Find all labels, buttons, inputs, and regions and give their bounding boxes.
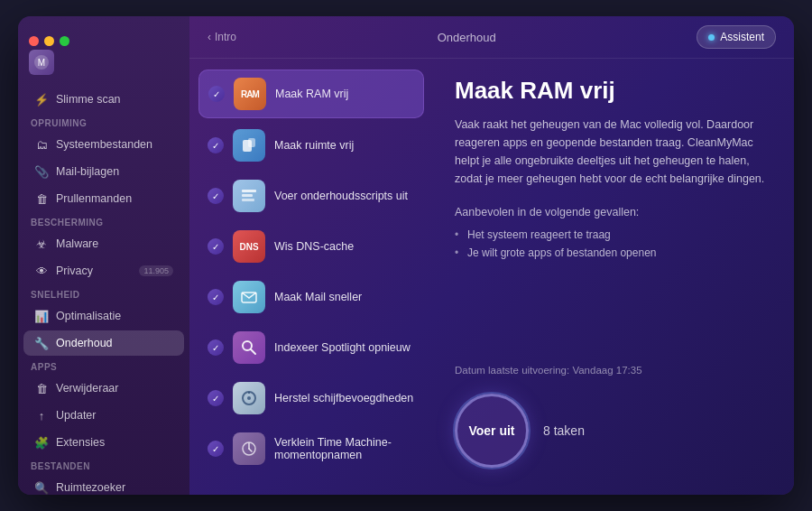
verwijderaar-icon: 🗑 bbox=[34, 381, 49, 395]
sidebar-item-optimalisatie[interactable]: 📊 Optimalisatie bbox=[23, 303, 184, 329]
section-label-bescherming: Bescherming bbox=[18, 212, 189, 230]
updater-icon: ↑ bbox=[34, 408, 49, 423]
sidebar-item-label: Onderhoud bbox=[56, 337, 173, 349]
sidebar-item-verwijderaar[interactable]: 🗑 Verwijderaar bbox=[23, 376, 184, 401]
task-item-herstel-schijfbevoegdheden[interactable]: ✓ Herstel schijfbevoegdheden bbox=[198, 375, 424, 422]
task-check: ✓ bbox=[208, 188, 224, 204]
task-icon-spotlight bbox=[233, 331, 265, 364]
task-label: Voer onderhoudsscripts uit bbox=[274, 190, 408, 202]
task-label: Indexeer Spotlight opnieuw bbox=[274, 341, 411, 354]
detail-title: Maak RAM vrij bbox=[455, 77, 772, 105]
top-bar: ‹ Intro Onderhoud Assistent bbox=[189, 16, 794, 59]
sidebar-item-prullenmanden[interactable]: 🗑 Prullenmanden bbox=[23, 186, 184, 211]
svg-line-9 bbox=[251, 349, 255, 354]
optimalisatie-icon: 📊 bbox=[34, 309, 49, 323]
task-icon-dns: DNS bbox=[233, 230, 265, 263]
run-section: Voer uit 8 taken bbox=[455, 394, 772, 468]
spacer bbox=[455, 262, 772, 365]
sidebar-item-slimme-scan[interactable]: ⚡ Slimme scan bbox=[23, 87, 184, 112]
section-title: Onderhoud bbox=[438, 31, 496, 44]
task-check: ✓ bbox=[208, 86, 225, 102]
close-button[interactable] bbox=[29, 36, 39, 46]
prullenmanden-icon: 🗑 bbox=[34, 191, 49, 206]
main-content: ‹ Intro Onderhoud Assistent ✓ RAM Maak R… bbox=[189, 16, 794, 495]
section-label-opruiming: Opruiming bbox=[18, 113, 189, 131]
task-item-maak-ram-vrij[interactable]: ✓ RAM Maak RAM vrij bbox=[198, 70, 424, 118]
task-item-verklein-time-machine[interactable]: ✓ Verklein Time Machine-momentopnamen bbox=[198, 425, 424, 472]
sidebar-item-label: Privacy bbox=[56, 265, 132, 277]
sidebar-item-mail-bijlagen[interactable]: 📎 Mail-bijlagen bbox=[23, 159, 184, 184]
extensies-icon: 🧩 bbox=[34, 435, 49, 450]
sidebar-item-label: Systeembestanden bbox=[56, 138, 173, 151]
last-run-label: Datum laatste uitvoering: Vandaag 17:35 bbox=[455, 365, 772, 376]
malware-icon: ☣ bbox=[34, 237, 49, 251]
assistant-button[interactable]: Assistent bbox=[697, 25, 776, 49]
svg-line-15 bbox=[249, 449, 252, 451]
sidebar-item-label: Ruimtezoeker bbox=[56, 481, 173, 494]
task-check: ✓ bbox=[208, 289, 224, 305]
svg-rect-3 bbox=[248, 138, 255, 147]
run-button-label: Voer uit bbox=[468, 423, 514, 438]
task-label: Verklein Time Machine-momentopnamen bbox=[274, 436, 415, 461]
sidebar-item-label: Slimme scan bbox=[56, 93, 173, 106]
task-icon-mail bbox=[233, 281, 265, 313]
sidebar-item-label: Mail-bijlagen bbox=[56, 165, 173, 178]
sidebar-item-systeembestanden[interactable]: 🗂 Systeembestanden bbox=[23, 132, 184, 157]
onderhoud-icon: 🔧 bbox=[34, 336, 49, 350]
task-check: ✓ bbox=[208, 339, 224, 356]
task-label: Wis DNS-cache bbox=[274, 240, 354, 253]
sidebar-item-onderhoud[interactable]: 🔧 Onderhoud bbox=[23, 330, 184, 356]
sidebar-item-label: Prullenmanden bbox=[56, 192, 173, 205]
run-button[interactable]: Voer uit bbox=[455, 394, 529, 468]
task-icon-timemachine bbox=[233, 432, 265, 465]
sidebar-item-label: Verwijderaar bbox=[56, 382, 173, 395]
task-label: Herstel schijfbevoegdheden bbox=[274, 392, 413, 404]
task-label: Maak RAM vrij bbox=[275, 88, 348, 100]
task-check: ✓ bbox=[208, 137, 224, 153]
assistant-dot bbox=[708, 34, 715, 41]
task-check: ✓ bbox=[208, 390, 224, 406]
maximize-button[interactable] bbox=[60, 36, 69, 46]
privacy-icon: 👁 bbox=[34, 264, 49, 278]
tasks-count: 8 taken bbox=[543, 423, 585, 438]
bullet-2: Je wilt grote apps of bestanden openen bbox=[455, 244, 772, 262]
task-label: Maak ruimte vrij bbox=[274, 139, 354, 152]
sidebar-item-updater[interactable]: ↑ Updater bbox=[23, 403, 184, 428]
content-area: ✓ RAM Maak RAM vrij ✓ Maak ruimte vrij ✓ bbox=[189, 59, 794, 495]
sidebar-app-header: M bbox=[18, 46, 189, 86]
task-icon-ram: RAM bbox=[234, 78, 266, 110]
task-icon-files bbox=[233, 129, 265, 162]
section-label-apps: Apps bbox=[18, 357, 189, 375]
task-icon-scripts bbox=[233, 180, 265, 212]
task-label: Maak Mail sneller bbox=[274, 291, 362, 303]
task-check: ✓ bbox=[208, 238, 224, 255]
sidebar-item-label: Optimalisatie bbox=[56, 310, 173, 322]
sidebar-item-label: Malware bbox=[56, 237, 173, 250]
task-icon-disk bbox=[233, 382, 265, 414]
main-window: M ⚡ Slimme scan Opruiming 🗂 Systeembesta… bbox=[18, 16, 794, 495]
sidebar-item-extensies[interactable]: 🧩 Extensies bbox=[23, 430, 184, 455]
svg-rect-4 bbox=[242, 190, 256, 192]
minimize-button[interactable] bbox=[44, 36, 54, 46]
sidebar-item-privacy[interactable]: 👁 Privacy 11.905 bbox=[23, 258, 184, 283]
svg-rect-6 bbox=[242, 199, 254, 201]
detail-panel: Maak RAM vrij Vaak raakt het geheugen va… bbox=[433, 59, 794, 495]
detail-recommended: Aanbevolen in de volgende gevallen: bbox=[455, 206, 772, 218]
task-item-indexeer-spotlight[interactable]: ✓ Indexeer Spotlight opnieuw bbox=[198, 324, 424, 371]
detail-bullets: Het systeem reageert te traag Je wilt gr… bbox=[455, 226, 772, 262]
back-nav-label: Intro bbox=[215, 31, 236, 43]
task-check: ✓ bbox=[208, 441, 224, 457]
task-item-maak-ruimte-vrij[interactable]: ✓ Maak ruimte vrij bbox=[198, 122, 424, 169]
svg-point-11 bbox=[247, 396, 251, 400]
svg-text:M: M bbox=[38, 58, 45, 68]
back-nav[interactable]: ‹ Intro bbox=[208, 31, 236, 43]
task-item-wis-dns-cache[interactable]: ✓ DNS Wis DNS-cache bbox=[198, 223, 424, 270]
assistant-label: Assistent bbox=[720, 31, 764, 43]
app-icon: M bbox=[29, 50, 54, 75]
task-item-onderhoudsscripts[interactable]: ✓ Voer onderhoudsscripts uit bbox=[198, 172, 424, 219]
task-item-maak-mail-sneller[interactable]: ✓ Maak Mail sneller bbox=[198, 274, 424, 321]
sidebar-item-label: Extensies bbox=[56, 436, 173, 449]
sidebar-item-ruimtezoeker[interactable]: 🔍 Ruimtezoeker bbox=[23, 475, 184, 495]
window-controls bbox=[18, 27, 189, 46]
sidebar-item-malware[interactable]: ☣ Malware bbox=[23, 231, 184, 256]
